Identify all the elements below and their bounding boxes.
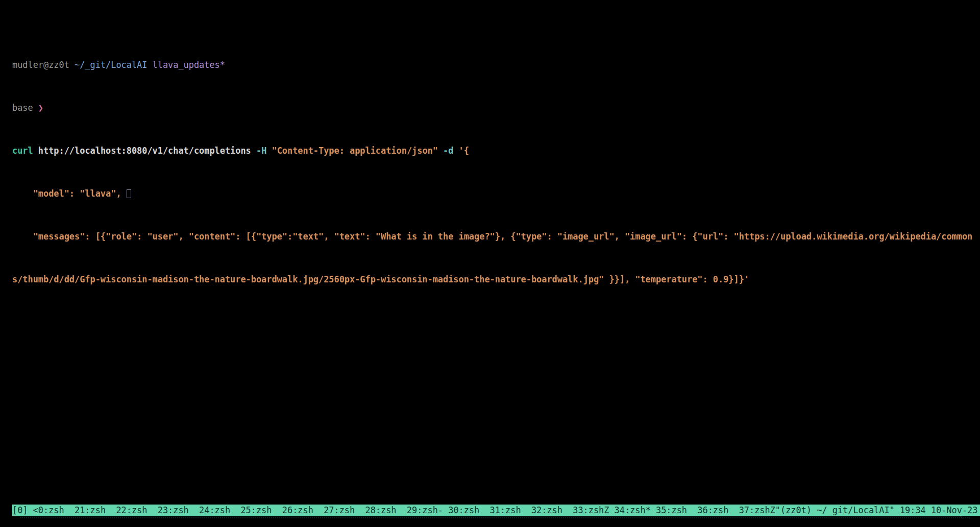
curl-data-flag: -d xyxy=(438,146,454,156)
terminal-cursor xyxy=(127,189,131,198)
curl-command-line: curl http://localhost:8080/v1/chat/compl… xyxy=(12,146,980,156)
statusbar-underline-artifact xyxy=(20,517,970,518)
prompt-git-branch: llava_updates* xyxy=(153,60,225,70)
terminal[interactable]: mudler@zz0t ~/_git/LocalAI llava_updates… xyxy=(0,0,980,527)
prompt-cwd: ~/_git/LocalAI xyxy=(75,60,153,70)
curl-body-line-1: "model": "llava", xyxy=(12,188,980,199)
tmux-window-list[interactable]: <0:zsh 21:zsh 22:zsh 23:zsh 24:zsh 25:zs… xyxy=(33,505,775,515)
curl-data-open: '{ xyxy=(453,146,469,156)
tmux-status-bar[interactable]: [0] <0:zsh 21:zsh 22:zsh 23:zsh 24:zsh 2… xyxy=(12,505,980,516)
curl-header-value: "Content-Type: application/json" xyxy=(266,146,438,156)
curl-body-messages: "messages": [{"role": "user", "content":… xyxy=(12,231,972,242)
curl-body-line-2: "messages": [{"role": "user", "content":… xyxy=(12,231,980,242)
curl-header-flag: -H xyxy=(256,146,266,156)
curl-cmd: curl xyxy=(12,146,33,156)
curl-body-model: "model": "llava", xyxy=(12,188,127,199)
prompt-user-host: mudler@zz0t xyxy=(12,60,75,70)
blank-gap xyxy=(12,317,980,478)
prompt-line-venv: base ❯ xyxy=(12,103,980,113)
prompt-line-top: mudler@zz0t ~/_git/LocalAI llava_updates… xyxy=(12,60,980,70)
curl-body-line-3: s/thumb/d/dd/Gfp-wisconsin-madison-the-n… xyxy=(12,274,980,285)
curl-body-url-wrap: s/thumb/d/dd/Gfp-wisconsin-madison-the-n… xyxy=(12,274,749,284)
tmux-status-right: "(zz0t) ~/_git/LocalAI" 19:34 10-Nov-23 xyxy=(775,505,978,515)
curl-url: http://localhost:8080/v1/chat/completion… xyxy=(33,146,256,156)
prompt-arrow-icon: ❯ xyxy=(38,103,43,113)
tmux-session-name: [0] xyxy=(12,505,33,515)
prompt-venv: base xyxy=(12,103,38,113)
